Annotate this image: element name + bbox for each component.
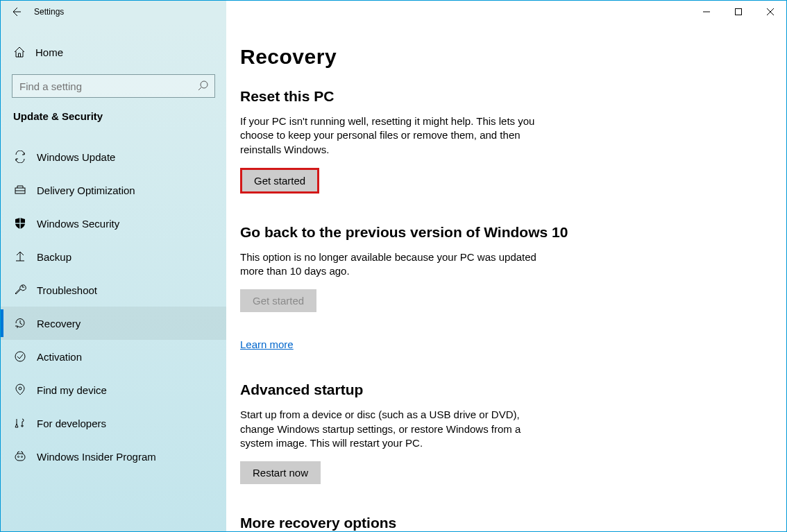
nav-activation[interactable]: Activation — [1, 340, 226, 373]
svg-line-5 — [198, 87, 201, 90]
nav-delivery-optimization[interactable]: Delivery Optimization — [1, 173, 226, 207]
nav-label: Delivery Optimization — [37, 185, 135, 196]
advanced-description: Start up from a device or disc (such as … — [240, 408, 545, 450]
nav-windows-update[interactable]: Windows Update — [1, 140, 226, 173]
nav-troubleshoot[interactable]: Troubleshoot — [1, 273, 226, 307]
reset-heading: Reset this PC — [240, 88, 629, 105]
wrench-icon — [13, 284, 27, 296]
home-button[interactable]: Home — [1, 38, 226, 66]
nav-for-developers[interactable]: For developers — [1, 406, 226, 440]
nav-label: Windows Insider Program — [37, 451, 156, 463]
svg-point-10 — [15, 352, 25, 361]
search-box[interactable] — [12, 74, 215, 98]
nav-windows-security[interactable]: Windows Security — [1, 207, 226, 240]
nav-find-my-device[interactable]: Find my device — [1, 373, 226, 406]
minimize-icon — [703, 8, 710, 15]
sync-icon — [13, 151, 27, 163]
close-icon — [767, 8, 774, 15]
shield-icon — [13, 217, 27, 230]
titlebar: Settings — [1, 1, 786, 23]
nav-label: Windows Update — [37, 151, 115, 163]
section-go-back: Go back to the previous version of Windo… — [240, 224, 629, 352]
location-icon — [13, 384, 27, 396]
svg-point-11 — [19, 387, 22, 390]
arrow-left-icon — [10, 6, 22, 17]
recovery-icon — [13, 317, 27, 329]
nav-windows-insider[interactable]: Windows Insider Program — [1, 440, 226, 473]
nav-label: For developers — [37, 418, 106, 429]
maximize-button[interactable] — [722, 1, 754, 23]
nav-label: Activation — [37, 351, 82, 363]
svg-rect-1 — [736, 9, 742, 15]
reset-description: If your PC isn't running well, resetting… — [240, 114, 552, 157]
svg-point-4 — [201, 81, 208, 88]
advanced-heading: Advanced startup — [240, 381, 629, 398]
goback-heading: Go back to the previous version of Windo… — [240, 224, 629, 241]
reset-get-started-button[interactable]: Get started — [240, 168, 319, 194]
nav-label: Find my device — [37, 384, 107, 396]
goback-get-started-button: Get started — [240, 289, 316, 312]
svg-rect-8 — [15, 223, 25, 223]
check-circle-icon — [13, 350, 27, 363]
nav-label: Windows Security — [37, 218, 119, 230]
nav-label: Backup — [37, 251, 71, 263]
insider-icon — [13, 450, 27, 463]
section-more-recovery: More recovery options Learn how to start… — [240, 515, 629, 531]
more-heading: More recovery options — [240, 515, 629, 531]
back-button[interactable] — [1, 1, 31, 23]
svg-point-14 — [22, 456, 23, 458]
nav-label: Recovery — [37, 318, 81, 329]
close-button[interactable] — [754, 1, 786, 23]
section-advanced-startup: Advanced startup Start up from a device … — [240, 381, 629, 484]
nav-label: Troubleshoot — [37, 284, 97, 296]
svg-rect-12 — [15, 454, 25, 461]
delivery-icon — [13, 184, 27, 196]
maximize-icon — [735, 8, 742, 15]
tools-icon — [13, 417, 27, 429]
page-title: Recovery — [240, 45, 786, 69]
category-label: Update & Security — [1, 110, 226, 129]
minimize-button[interactable] — [691, 1, 722, 23]
nav-recovery[interactable]: Recovery — [1, 307, 226, 340]
goback-description: This option is no longer available becau… — [240, 250, 552, 279]
home-label: Home — [35, 46, 63, 58]
goback-learn-more-link[interactable]: Learn more — [240, 338, 294, 350]
window-controls — [691, 1, 786, 23]
home-icon — [13, 46, 26, 58]
main-content: Recovery Reset this PC If your PC isn't … — [226, 23, 786, 531]
search-input[interactable] — [12, 74, 215, 98]
sidebar: Home Update & Security Windows Update — [1, 23, 226, 531]
nav-backup[interactable]: Backup — [1, 240, 226, 273]
search-icon — [198, 80, 208, 91]
backup-icon — [13, 250, 27, 263]
restart-now-button[interactable]: Restart now — [240, 461, 321, 484]
section-reset-pc: Reset this PC If your PC isn't running w… — [240, 88, 629, 194]
nav-list: Windows Update Delivery Optimization Win… — [1, 140, 226, 473]
window-title: Settings — [34, 7, 64, 17]
svg-point-13 — [18, 456, 19, 458]
